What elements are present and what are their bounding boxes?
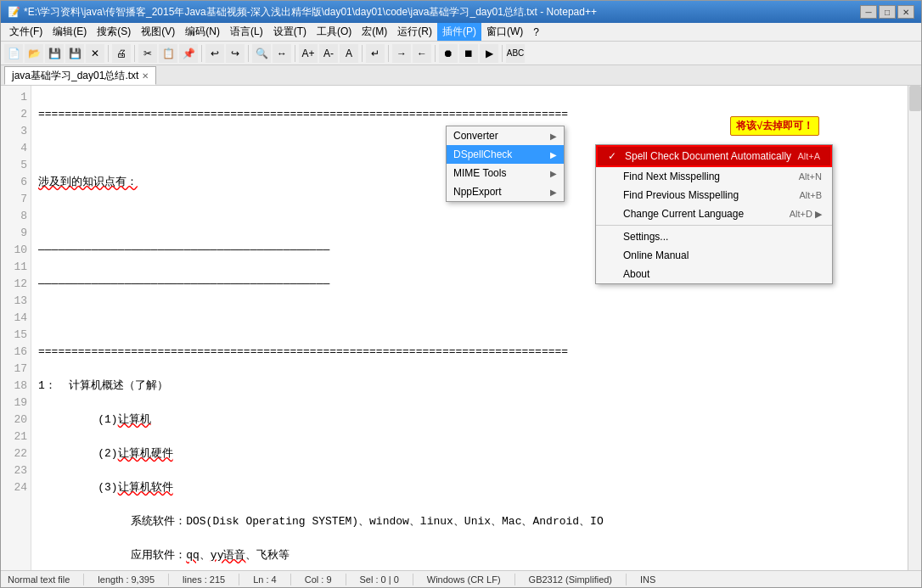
line-12-underline: 让算机软件 [118,481,173,494]
toolbar-save-all[interactable]: 💾 [65,44,84,63]
toolbar-redo[interactable]: ↪ [226,44,245,63]
minimize-button[interactable]: ─ [860,5,877,19]
toolbar-zoom-reset[interactable]: A [340,44,358,63]
dspell-item-settings[interactable]: Settings... [596,227,832,246]
toolbar-save[interactable]: 💾 [45,44,64,63]
status-sep-2 [168,574,169,585]
toolbar-print[interactable]: 🖨 [112,44,131,63]
toolbar-paste[interactable]: 📌 [179,44,198,63]
toolbar-find[interactable]: 🔍 [252,44,271,63]
tab-file[interactable]: java基础学习_day01总结.txt ✕ [4,66,156,85]
plugin-menu: Converter ▶ DSpellCheck ▶ MIME Tools ▶ N… [446,126,565,202]
dspell-item-change-lang[interactable]: Change Current Language Alt+D ▶ [596,204,832,223]
menu-window[interactable]: 窗口(W) [481,23,528,41]
status-file-type: Normal text file [8,574,70,585]
toolbar-zoom-out[interactable]: A- [319,44,338,63]
status-sep-1 [83,574,84,585]
toolbar-macro-stop[interactable]: ⏹ [459,44,478,63]
dspell-item-change-lang-left: Change Current Language [606,208,744,220]
status-lines: lines : 215 [183,574,225,585]
plugin-mime-tools[interactable]: MIME Tools ▶ [447,164,564,182]
close-button[interactable]: ✕ [897,5,914,19]
menu-run[interactable]: 运行(R) [392,23,437,41]
toolbar-wrap[interactable]: ↵ [366,44,385,63]
title-bar-left: 📝 *E:\学习资料\java\传智播客_2015年Java基础视频-深入浅出精… [8,5,597,20]
dspell-item-manual[interactable]: Online Manual [596,246,832,265]
plugin-nppexport-label: NppExport [453,186,502,198]
tab-close-button[interactable]: ✕ [142,71,149,81]
line-3-text: 涉及到的知识点有： [38,176,138,188]
plugin-dspellcheck-arrow: ▶ [550,150,557,160]
dspell-find-next-shortcut: Alt+N [799,171,822,182]
scrollbar-vertical[interactable] [908,86,921,570]
toolbar-cut[interactable]: ✂ [138,44,157,63]
status-col: Col : 9 [305,574,332,585]
plugin-converter-label: Converter [453,130,498,142]
line-numbers: 1 2 3 4 5 6 7 8 9 10 11 12 13 14 15 16 1… [1,86,31,570]
menu-tools[interactable]: 工具(O) [312,23,357,41]
menu-plugin[interactable]: 插件(P) [437,23,481,41]
status-bar: Normal text file length : 9,395 lines : … [1,570,921,587]
plugin-converter[interactable]: Converter ▶ [447,126,564,145]
toolbar-open[interactable]: 📂 [25,44,43,63]
plugin-mime-tools-text: MIME Tools [453,167,506,179]
menu-search[interactable]: 搜索(S) [92,23,136,41]
toolbar-macro-play[interactable]: ▶ [480,44,498,63]
menu-help[interactable]: ? [528,25,544,40]
menu-edit[interactable]: 编辑(E) [48,23,92,41]
toolbar-macro-rec[interactable]: ⏺ [439,44,458,63]
dspell-item-find-next[interactable]: Find Next Misspelling Alt+N [596,167,832,186]
menu-file[interactable]: 文件(F) [4,23,48,41]
editor-area: 1 2 3 4 5 6 7 8 9 10 11 12 13 14 15 16 1… [1,86,921,570]
menu-view[interactable]: 视图(V) [136,23,180,41]
maximize-button[interactable]: □ [879,5,896,19]
plugin-nppexport-arrow: ▶ [550,188,557,197]
toolbar-sep-5 [295,45,295,62]
line-9: 1： 计算机概述（了解） [38,378,901,395]
status-sep-6 [413,574,413,585]
plugin-nppexport[interactable]: NppExport ▶ [447,182,564,201]
toolbar-zoom-in[interactable]: A+ [299,44,318,63]
menu-encode[interactable]: 编码(N) [180,23,225,41]
dspell-item-find-prev[interactable]: Find Previous Misspelling Alt+B [596,186,832,204]
status-ln: Ln : 4 [253,574,277,585]
toolbar-undo[interactable]: ↩ [205,44,224,63]
toolbar-new[interactable]: 📄 [4,44,23,63]
toolbar-sep-4 [248,45,249,62]
plugin-mime-tools-arrow: ▶ [550,169,557,178]
menu-language[interactable]: 语言(L) [225,23,268,41]
dspell-item-find-prev-left: Find Previous Misspelling [606,189,739,201]
dspell-item-about[interactable]: About [596,265,832,283]
tab-label: java基础学习_day01总结.txt [12,69,138,83]
dspell-auto-check-label: Spell Check Document Automatically [625,150,791,162]
dspell-sep-1 [596,225,832,226]
toolbar-indent[interactable]: → [392,44,411,63]
toolbar-copy[interactable]: 📋 [159,44,177,63]
toolbar-sep-9 [502,45,503,62]
dspell-settings-label: Settings... [623,231,668,243]
dspell-item-settings-left: Settings... [606,231,668,243]
annotation-box: 将该√去掉即可！ [730,116,819,136]
dspell-change-lang-shortcut: Alt+D ▶ [790,209,822,220]
toolbar-unindent[interactable]: ← [413,44,431,63]
status-sep-4 [290,574,291,585]
toolbar-replace[interactable]: ↔ [273,44,291,63]
dspell-find-prev-label: Find Previous Misspelling [623,189,739,201]
dspell-change-lang-label: Change Current Language [623,208,744,220]
menu-macro[interactable]: 宏(M) [357,23,392,41]
menu-bar: 文件(F) 编辑(E) 搜索(S) 视图(V) 编码(N) 语言(L) 设置(T… [1,23,921,42]
status-line-ending: Windows (CR LF) [427,574,501,585]
menu-settings[interactable]: 设置(T) [268,23,312,41]
plugin-dspellcheck[interactable]: DSpellCheck ▶ [447,145,564,164]
status-sel: Sel : 0 | 0 [360,574,399,585]
dspell-item-auto-check[interactable]: ✓ Spell Check Document Automatically Alt… [596,145,832,167]
dspell-item-manual-left: Online Manual [606,249,689,261]
app-icon: 📝 [8,6,20,18]
dspell-auto-check-shortcut: Alt+A [797,151,820,161]
scrollbar-thumb[interactable] [909,86,921,111]
toolbar-abc[interactable]: ABC [506,44,525,63]
toolbar-sep-3 [201,45,202,62]
title-bar: 📝 *E:\学习资料\java\传智播客_2015年Java基础视频-深入浅出精… [1,1,921,23]
toolbar-close[interactable]: ✕ [86,44,104,63]
plugin-mime-tools-label: MIME Tools [453,167,506,179]
